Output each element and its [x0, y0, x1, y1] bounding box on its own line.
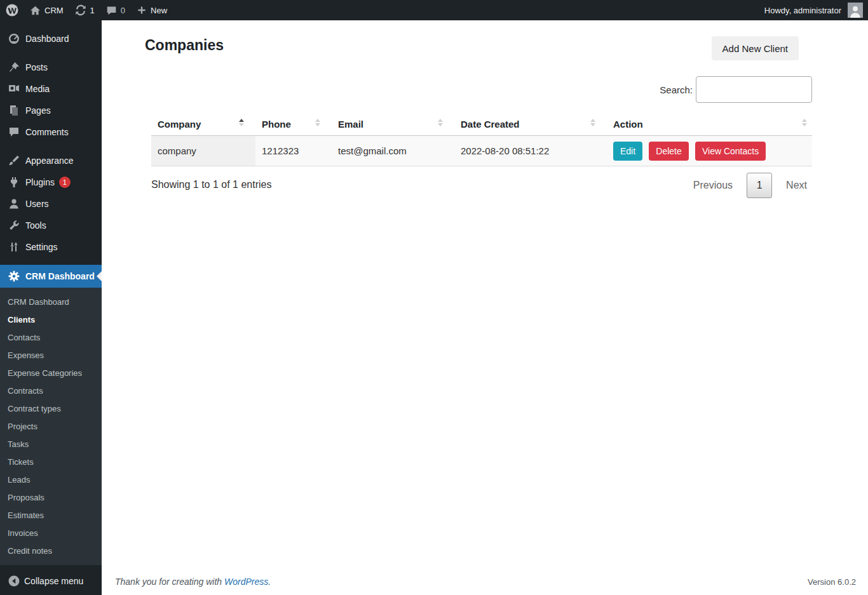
sidebar-item-label: Appearance	[25, 156, 74, 166]
pagination-next[interactable]: Next	[781, 180, 812, 191]
sidebar-item-appearance[interactable]: Appearance	[0, 150, 102, 171]
media-icon	[4, 83, 24, 95]
submenu-item-tasks[interactable]: Tasks	[0, 436, 102, 453]
pushpin-icon	[4, 61, 24, 74]
sidebar-item-label: Comments	[25, 127, 69, 137]
sort-icon	[802, 119, 807, 126]
wrench-icon	[4, 219, 24, 232]
add-new-client-button[interactable]: Add New Client	[712, 36, 799, 60]
column-header-email[interactable]: Email	[332, 113, 454, 136]
cell-actions: Edit Delete View Contacts	[607, 136, 812, 166]
pagination: Previous 1 Next	[688, 173, 812, 198]
search-label: Search:	[660, 84, 693, 95]
column-header-phone[interactable]: Phone	[255, 113, 332, 136]
submenu-item-invoices[interactable]: Invoices	[0, 525, 102, 542]
my-account-link[interactable]: Howdy, administrator	[759, 0, 843, 20]
column-header-date-created[interactable]: Date Created	[454, 113, 607, 136]
plus-icon	[137, 5, 147, 15]
submenu-item-contracts[interactable]: Contracts	[0, 382, 102, 400]
collapse-arrow-icon	[4, 575, 24, 587]
paintbrush-icon	[4, 154, 24, 167]
sidebar-item-label: Plugins	[25, 177, 55, 187]
main-content: Companies Add New Client Search: Company…	[102, 20, 868, 595]
cell-date-created: 2022-08-20 08:51:22	[454, 136, 607, 166]
cell-phone: 1212323	[255, 136, 332, 166]
admin-sidebar: Dashboard Posts Media Pages Comments	[0, 20, 102, 595]
user-icon	[4, 197, 24, 210]
pages-icon	[4, 104, 24, 117]
sidebar-item-media[interactable]: Media	[0, 78, 102, 100]
sidebar-item-label: Posts	[25, 62, 48, 72]
collapse-menu-button[interactable]: Collapse menu	[0, 567, 102, 595]
submenu-item-estimates[interactable]: Estimates	[0, 507, 102, 525]
howdy-label: Howdy, administrator	[764, 6, 841, 15]
wordpress-logo-icon	[6, 4, 18, 17]
cell-company: company	[151, 136, 255, 166]
footer-version: Version 6.0.2	[808, 577, 856, 587]
sliders-icon	[4, 241, 24, 253]
sort-icon	[438, 119, 443, 126]
sort-icon	[239, 119, 244, 126]
search-input[interactable]	[696, 76, 812, 103]
new-content-link[interactable]: New	[131, 0, 173, 20]
site-name-link[interactable]: CRM	[24, 0, 69, 20]
comment-count: 0	[121, 6, 125, 15]
menu-separator	[0, 50, 102, 57]
sidebar-item-label: Settings	[25, 242, 58, 252]
sidebar-item-label: Pages	[25, 105, 51, 116]
search-row: Search:	[660, 76, 812, 103]
sort-icon	[590, 119, 595, 126]
updates-link[interactable]: 1	[69, 0, 100, 20]
submenu-item-contract-types[interactable]: Contract types	[0, 400, 102, 418]
footer-thanks: Thank you for creating with WordPress.	[115, 577, 271, 587]
submenu-item-clients[interactable]: Clients	[0, 311, 102, 329]
column-header-action[interactable]: Action	[607, 113, 812, 136]
sidebar-item-label: Media	[25, 84, 50, 94]
delete-button[interactable]: Delete	[649, 142, 688, 161]
sidebar-item-comments[interactable]: Comments	[0, 121, 102, 143]
new-label: New	[151, 6, 167, 15]
dashboard-gauge-icon	[4, 32, 24, 45]
sidebar-item-users[interactable]: Users	[0, 193, 102, 215]
sort-icon	[315, 119, 320, 126]
sidebar-item-settings[interactable]: Settings	[0, 236, 102, 258]
edit-button[interactable]: Edit	[613, 142, 642, 161]
submenu-item-expense-categories[interactable]: Expense Categories	[0, 364, 102, 382]
table-info-text: Showing 1 to 1 of 1 entries	[151, 179, 271, 191]
sidebar-item-plugins[interactable]: Plugins 1	[0, 171, 102, 193]
comment-bubble-icon	[4, 126, 24, 138]
gear-icon	[4, 270, 24, 283]
cell-email: test@gmail.com	[332, 136, 454, 166]
wordpress-logo-menu[interactable]	[0, 0, 24, 20]
column-header-company[interactable]: Company	[151, 113, 255, 136]
comments-link[interactable]: 0	[100, 0, 131, 20]
table-row: company 1212323 test@gmail.com 2022-08-2…	[151, 136, 812, 166]
view-contacts-button[interactable]: View Contacts	[695, 142, 766, 161]
pagination-previous[interactable]: Previous	[688, 180, 738, 191]
sidebar-item-label: CRM Dashboard	[25, 271, 95, 281]
menu-separator	[0, 258, 102, 265]
table-header-row: Company Phone Email Date Created	[151, 113, 812, 136]
sidebar-item-posts[interactable]: Posts	[0, 57, 102, 78]
submenu-item-credit-notes[interactable]: Credit notes	[0, 542, 102, 560]
pagination-page-1[interactable]: 1	[747, 173, 772, 198]
submenu-item-tickets[interactable]: Tickets	[0, 453, 102, 471]
wordpress-link[interactable]: WordPress	[224, 577, 268, 587]
avatar[interactable]	[848, 3, 863, 18]
comment-icon	[106, 5, 117, 16]
admin-bar: CRM 1 0 New Howdy, administrator	[0, 0, 868, 20]
companies-table: Company Phone Email Date Created	[151, 113, 812, 166]
submenu-item-proposals[interactable]: Proposals	[0, 489, 102, 507]
submenu-item-contacts[interactable]: Contacts	[0, 329, 102, 347]
collapse-menu-label: Collapse menu	[24, 576, 83, 586]
submenu-item-projects[interactable]: Projects	[0, 418, 102, 436]
sidebar-item-pages[interactable]: Pages	[0, 100, 102, 121]
sidebar-item-label: Users	[25, 199, 49, 209]
submenu-item-leads[interactable]: Leads	[0, 471, 102, 489]
sidebar-item-dashboard[interactable]: Dashboard	[0, 28, 102, 50]
update-count: 1	[90, 6, 95, 15]
sidebar-item-tools[interactable]: Tools	[0, 215, 102, 236]
submenu-item-expenses[interactable]: Expenses	[0, 347, 102, 364]
sidebar-item-crm-dashboard[interactable]: CRM Dashboard	[0, 265, 102, 288]
submenu-item-crm-dashboard[interactable]: CRM Dashboard	[0, 293, 102, 311]
